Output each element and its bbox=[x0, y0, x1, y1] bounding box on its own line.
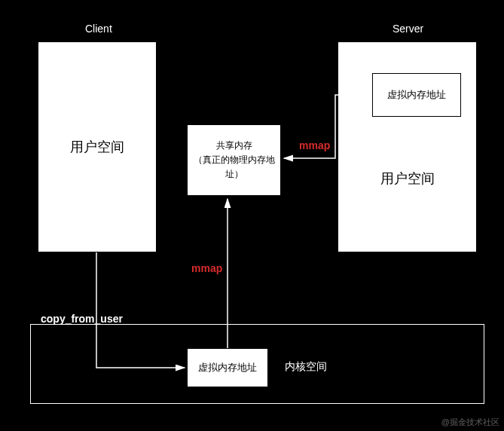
client-user-space-box: 用户空间 bbox=[38, 41, 157, 252]
server-title: Server bbox=[393, 23, 423, 35]
watermark: @掘金技术社区 bbox=[441, 417, 499, 428]
server-vmem-label: 虚拟内存地址 bbox=[387, 88, 446, 102]
kernel-vmem-label: 虚拟内存地址 bbox=[198, 361, 257, 374]
client-user-space-label: 用户空间 bbox=[70, 138, 124, 156]
copy-from-user-label: copy_from_user bbox=[41, 313, 123, 325]
mmap-label-server: mmap bbox=[299, 139, 330, 151]
server-vmem-box: 虚拟内存地址 bbox=[372, 73, 461, 117]
mmap-label-kernel: mmap bbox=[191, 262, 222, 274]
kernel-space-label: 内核空间 bbox=[285, 360, 327, 374]
server-user-space-label: 用户空间 bbox=[380, 170, 435, 188]
kernel-vmem-box: 虚拟内存地址 bbox=[187, 348, 268, 387]
shared-memory-label: 共享内存 （真正的物理内存地址） bbox=[188, 139, 280, 182]
client-title: Client bbox=[85, 23, 112, 35]
shared-memory-box: 共享内存 （真正的物理内存地址） bbox=[187, 124, 281, 196]
